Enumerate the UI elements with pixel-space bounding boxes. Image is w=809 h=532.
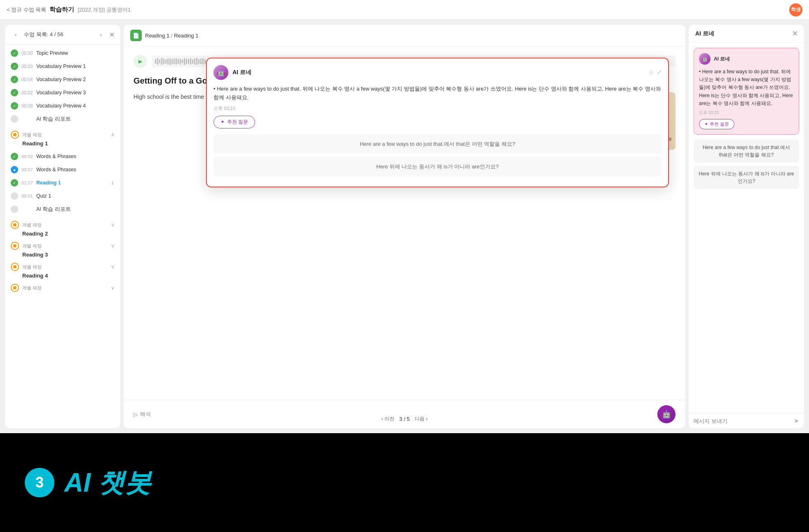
prev-page-button[interactable]: ‹ 이전 <box>382 415 394 422</box>
check-icon: ✓ <box>11 89 18 96</box>
section-reading3-header[interactable]: 개별 재정 ∨ <box>5 238 120 252</box>
list-item[interactable]: ✓ 00:20 Vocabulary Preview 1 <box>5 60 120 73</box>
play-button[interactable]: ▶ <box>134 55 147 68</box>
chevron-up-icon: ∧ <box>111 132 115 138</box>
chevron-down-icon: ∨ <box>111 264 115 270</box>
recommend-button[interactable]: ✦ 추천 질문 <box>213 116 255 128</box>
check-icon: ✓ <box>11 179 18 187</box>
step-number-badge: 3 <box>25 468 54 497</box>
sidebar-header: ‹ 수업 목록: 4 / 56 › ✕ <box>5 25 120 45</box>
ai-popup-name: AI 르네 <box>232 69 251 76</box>
section-reading4-header[interactable]: 개별 재정 ∨ <box>5 259 120 273</box>
panel-ai-time: 오후 03:10 <box>699 110 794 116</box>
content-footer: ▷ 해석 ‹ 이전 3 / 5 다음 › 🤖 <box>124 400 685 428</box>
section-dot <box>11 284 19 292</box>
section5-header[interactable]: 개별 재정 ∨ <box>5 280 120 294</box>
chevron-down-icon: ∨ <box>111 285 115 291</box>
plus-icon: ✦ <box>704 121 708 127</box>
circle-icon <box>11 192 18 200</box>
sidebar-main-items: ✓ 00:30 Topic Preview ✓ 00:20 Vocabulary… <box>5 45 120 127</box>
panel-header: AI 르네 ✕ <box>689 25 804 43</box>
list-item[interactable]: ✓ 00:04 Vocabulary Preview 2 <box>5 73 120 86</box>
list-item[interactable]: AI 학습 리포트 <box>5 203 120 216</box>
sidebar-title: 수업 목록: 4 / 56 <box>24 31 93 38</box>
section-reading2-name: Reading 2 <box>5 231 120 238</box>
star-icon[interactable]: ☆ <box>649 69 654 76</box>
back-button[interactable]: < 정규 수업 목록 <box>7 6 46 14</box>
list-item[interactable]: ● 00:07 Words & Phrases <box>5 163 120 176</box>
chevron-down-icon: ∨ <box>111 243 115 249</box>
list-item[interactable]: ✓ 01:27 Reading 1 ⤓ <box>5 176 120 189</box>
circle-icon <box>11 205 18 213</box>
ai-popup-message: • Here are a few ways to do just that. 뒤… <box>213 85 661 102</box>
bottom-section: 3 AI 챗봇 <box>0 433 809 532</box>
ai-avatar: 🤖 <box>213 65 228 80</box>
list-item[interactable]: ✓ 00:30 Topic Preview <box>5 47 120 60</box>
step-title: AI 챗봇 <box>64 465 151 501</box>
list-item[interactable]: 00:01 Quiz 1 <box>5 189 120 203</box>
section-dot <box>11 131 19 139</box>
section-dot <box>11 263 19 271</box>
study-label: 학습하기 <box>49 6 74 14</box>
page-indicator: 3 / 5 <box>399 416 410 422</box>
translation-button[interactable]: ▷ 해석 <box>134 411 151 418</box>
course-label: [2022 개정] 공통영어1 <box>77 6 131 14</box>
check-icon: ✓ <box>11 63 18 70</box>
panel-ai-avatar: 🤖 <box>699 53 711 65</box>
ai-chatbot-popup: 🤖 AI 르네 ☆ ⤢ • Here are a few ways to do … <box>206 58 669 187</box>
panel-recommend-button[interactable]: ✦ 추천 질문 <box>699 119 734 129</box>
content-header: 📄 Reading 1 / Reading 1 <box>124 25 685 47</box>
list-item[interactable]: ✓ 00:02 Words & Phrases <box>5 150 120 163</box>
sidebar-prev-button[interactable]: ‹ <box>11 30 21 40</box>
play-small-icon: ▷ <box>134 411 138 418</box>
list-item[interactable]: AI 학습 리포트 <box>5 112 120 126</box>
section-reading1-name: Reading 1 <box>5 140 120 148</box>
chevron-down-icon: ∨ <box>111 222 115 228</box>
check-icon: ✓ <box>11 102 18 110</box>
panel-ai-message: 🤖 AI 르네 • Here are a few ways to do just… <box>694 48 799 135</box>
sidebar-next-button[interactable]: › <box>96 30 106 40</box>
section-reading3-name: Reading 3 <box>5 252 120 259</box>
suggestion-item-1[interactable]: Here are a few ways to do just that.에서 t… <box>213 134 661 154</box>
pagination: ‹ 이전 3 / 5 다음 › <box>382 415 428 422</box>
expand-icon[interactable]: ⤢ <box>657 69 661 76</box>
right-ai-panel: AI 르네 ✕ 🤖 AI 르네 • Here are a few ways to… <box>689 25 804 428</box>
section-reading2-header[interactable]: 개별 재정 ∨ <box>5 217 120 231</box>
popup-action-icons: ☆ ⤢ <box>649 69 661 76</box>
center-content: 📄 Reading 1 / Reading 1 ▶ <box>124 25 685 428</box>
section-dot <box>11 242 19 250</box>
active-icon: ● <box>11 166 18 173</box>
content-type-icon: 📄 <box>130 30 142 41</box>
list-item[interactable]: ✓ 00:02 Vocabulary Preview 3 <box>5 86 120 99</box>
panel-footer: ➤ <box>689 413 804 428</box>
panel-title: AI 르네 <box>695 30 714 37</box>
panel-ai-header: 🤖 AI 르네 <box>699 53 794 65</box>
section-dot <box>11 221 19 229</box>
breadcrumb: Reading 1 / Reading 1 <box>145 33 198 39</box>
check-icon: ✓ <box>11 49 18 57</box>
panel-user-message-2[interactable]: Here 뒤에 나오는 동사가 왜 is가 아니라 are인가요? <box>694 166 799 189</box>
ai-avatar-button[interactable]: 🤖 <box>657 405 675 423</box>
panel-body: 🤖 AI 르네 • Here are a few ways to do just… <box>689 43 804 413</box>
sidebar: ‹ 수업 목록: 4 / 56 › ✕ ✓ 00:30 Topic Previe… <box>5 25 120 428</box>
ai-popup-time: 오후 03:10 <box>213 105 661 112</box>
panel-user-message-1[interactable]: Here are a few ways to do just that.에서 t… <box>694 140 799 163</box>
user-icon[interactable]: 학생 <box>789 3 802 16</box>
send-button[interactable]: ➤ <box>794 418 799 424</box>
list-item[interactable]: ✓ 00:08 Vocabulary Preview 4 <box>5 99 120 112</box>
top-navigation: < 정규 수업 목록 학습하기 [2022 개정] 공통영어1 학생 <box>0 0 809 20</box>
sidebar-close-button[interactable]: ✕ <box>109 31 115 39</box>
circle-icon <box>11 115 18 123</box>
popup-header: 🤖 AI 르네 ☆ ⤢ <box>213 65 661 80</box>
message-input[interactable] <box>694 418 791 424</box>
reading1-items: ✓ 00:02 Words & Phrases ● 00:07 Words & … <box>5 148 120 217</box>
next-page-button[interactable]: 다음 › <box>415 415 427 422</box>
suggestion-item-2[interactable]: Here 뒤에 나오는 동사가 왜 is가 아니라 are인가요? <box>213 157 661 177</box>
panel-ai-text: • Here are a few ways to do just that. 뒤… <box>699 68 794 107</box>
panel-close-button[interactable]: ✕ <box>792 30 797 37</box>
section-reading4-name: Reading 4 <box>5 273 120 280</box>
ai-bot-icon: 🤖 <box>662 410 671 419</box>
main-area: ‹ 수업 목록: 4 / 56 › ✕ ✓ 00:30 Topic Previe… <box>0 20 809 433</box>
section-reading1-header[interactable]: 개별 재정 ∧ <box>5 127 120 140</box>
download-icon: ⤓ <box>110 180 115 186</box>
